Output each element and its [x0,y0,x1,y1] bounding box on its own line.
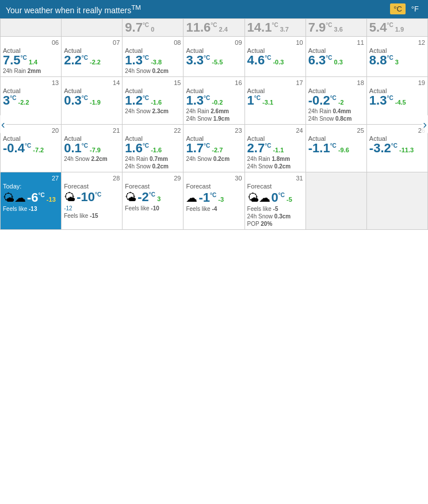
day-cell: 21 Actual 0.1°C -7.9 24h Snow 2.2cm [62,124,123,172]
celsius-button[interactable]: °C [390,3,406,14]
day-cell: 12 Actual 8.8°C 3 [366,36,427,76]
day-cell: 31 Forecast 🌤☁ 0°C -5 Feels like -5 24h … [244,172,305,229]
weather-icon-30: ☁ [186,191,197,205]
calendar-wrapper: ‹ › 9.7°C 0 11.6°C 2.4 14.1°C 3.7 7.9°C … [0,18,428,230]
prev-month-button[interactable]: ‹ [0,115,6,133]
trademark: TM [131,3,141,11]
prev-month-cell: 14.1°C 3.7 [244,18,305,36]
empty-cell [62,18,123,36]
app-container: Your weather when it really mattersTM °C… [0,0,428,230]
empty-cell [1,18,62,36]
day-cell: 20 Actual -0.4°C -7.2 [1,124,62,172]
day-cell: 30 Forecast ☁ -1°C -3 Feels like -4 [184,172,244,229]
weather-icon-29: 🌤 [125,191,136,204]
today-cell: 27 Today: 🌤☁ -6°C -13 Feels like -13 [1,172,62,229]
day-cell: 29 Forecast 🌤 -2°C 3 Feels like -10 [123,172,184,229]
title-text: Your weather when it really matters [6,6,131,15]
week-row: 20 Actual -0.4°C -7.2 21 Actual 0.1°C -7… [1,124,428,172]
day-cell: 14 Actual 0.3°C -1.9 [62,76,123,124]
week-row: 13 Actual 3°C -2.2 14 Actual 0.3°C -1.9 … [1,76,428,124]
prev-month-cell: 11.6°C 2.4 [184,18,244,36]
week-row: 27 Today: 🌤☁ -6°C -13 Feels like -13 28 … [1,172,428,229]
day-cell: 11 Actual 6.3°C 0.3 [305,36,366,76]
day-cell: 23 Actual 1.7°C -2.7 24h Snow 0.2cm [184,124,244,172]
day-cell: 18 Actual -0.2°C -2 24h Rain 0.4mm 24h S… [305,76,366,124]
day-cell: 15 Actual 1.2°C -1.6 24h Snow 2.3cm [123,76,184,124]
next-month-button[interactable]: › [422,115,428,133]
header-title: Your weather when it really mattersTM [6,3,141,15]
empty-cell [305,172,366,229]
day-cell: 28 Forecast 🌤 -10°C -12 Feels like -15 [62,172,123,229]
header: Your weather when it really mattersTM °C… [0,0,428,18]
weather-icon-31: 🌤☁ [247,191,270,205]
prev-month-cell: 5.4°C 1.9 [366,18,427,36]
day-cell: 25 Actual -1.1°C -9.6 [305,124,366,172]
prev-month-cell: 9.7°C 0 [123,18,184,36]
day-cell: 10 Actual 4.6°C -0.3 [244,36,305,76]
unit-toggles: °C °F [390,3,422,14]
weather-icon-28: 🌤 [64,191,75,204]
day-cell: 17 Actual 1°C -3.1 [244,76,305,124]
calendar-table: 9.7°C 0 11.6°C 2.4 14.1°C 3.7 7.9°C 3.6 … [0,18,428,230]
day-cell: 22 Actual 1.6°C -1.6 24h Rain 0.7mm 24h … [123,124,184,172]
day-cell: 26 Actual -3.2°C -11.3 [366,124,427,172]
day-cell: 09 Actual 3.3°C -5.5 [184,36,244,76]
day-cell: 07 Actual 2.2°C -2.2 [62,36,123,76]
day-cell: 16 Actual 1.3°C -0.2 24h Rain 2.6mm 24h … [184,76,244,124]
prev-month-cell: 7.9°C 3.6 [305,18,366,36]
day-cell: 24 Actual 2.7°C -1.1 24h Rain 1.8mm 24h … [244,124,305,172]
weather-icon-today: 🌤☁ [3,191,26,205]
day-cell: 08 Actual 1.3°C -3.8 24h Snow 0.2cm [123,36,184,76]
day-cell: 06 Actual 7.5°C 1.4 24h Rain 2mm [1,36,62,76]
empty-cell [366,172,427,229]
fahrenheit-button[interactable]: °F [408,3,422,14]
day-cell: 13 Actual 3°C -2.2 [1,76,62,124]
day-cell: 19 Actual 1.3°C -4.5 [366,76,427,124]
prev-row: 9.7°C 0 11.6°C 2.4 14.1°C 3.7 7.9°C 3.6 … [1,18,428,36]
week-row: 06 Actual 7.5°C 1.4 24h Rain 2mm 07 Actu… [1,36,428,76]
